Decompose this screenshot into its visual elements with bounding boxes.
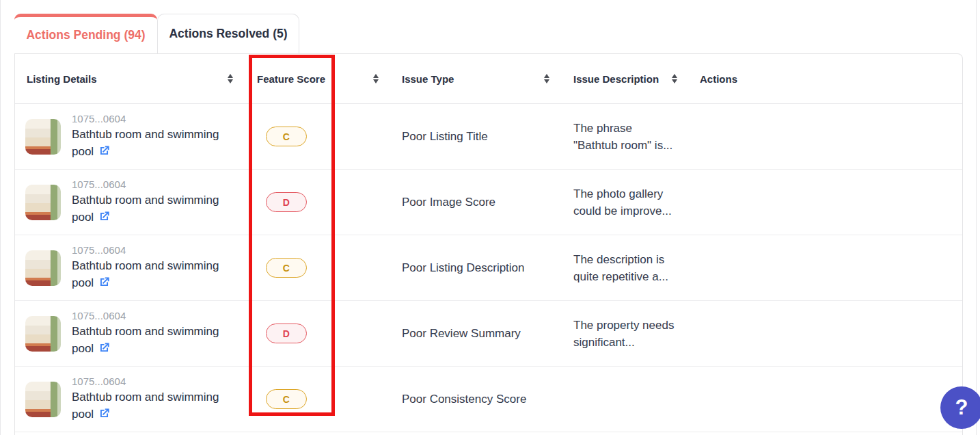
actions-cell xyxy=(691,367,962,432)
listing-title: Bathtub room and swimming pool xyxy=(72,257,219,293)
listing-title: Bathtub room and swimming pool xyxy=(72,126,219,162)
tab-actions-resolved[interactable]: Actions Resolved (5) xyxy=(157,14,299,53)
tab-actions-resolved-label: Actions Resolved (5) xyxy=(169,27,287,41)
issue-description-cell: The description is quite repetitive a... xyxy=(564,235,691,300)
table-row: 1075...0604 Bathtub room and swimming po… xyxy=(15,170,962,235)
issue-description-cell xyxy=(564,367,691,432)
listing-thumbnail xyxy=(25,119,61,155)
column-header-label: Feature Score xyxy=(257,73,325,85)
issue-description-cell: The photo gallery could be improve... xyxy=(564,170,691,235)
listing-details-cell: 1075...0604 Bathtub room and swimming po… xyxy=(15,301,249,366)
actions-cell xyxy=(691,170,962,235)
listing-info: 1075...0604 Bathtub room and swimming po… xyxy=(72,111,219,162)
sort-down-icon xyxy=(228,79,233,83)
external-link-icon[interactable] xyxy=(98,341,111,359)
feature-score-badge: C xyxy=(266,127,307,146)
listing-title: Bathtub room and swimming pool xyxy=(72,192,219,228)
listing-info: 1075...0604 Bathtub room and swimming po… xyxy=(72,374,219,425)
page-right-border xyxy=(976,0,977,435)
issue-description-text: The phrase "Bathtub room" is... xyxy=(573,120,672,154)
sort-up-icon xyxy=(228,74,233,78)
issue-type-cell: Poor Review Summary xyxy=(394,301,564,366)
listing-thumbnail xyxy=(25,316,61,352)
feature-score-badge: D xyxy=(266,324,307,343)
listing-title: Bathtub room and swimming pool xyxy=(72,388,219,425)
table-row: 1075...0604 Bathtub room and swimming po… xyxy=(15,235,962,301)
column-header-label: Issue Type xyxy=(402,73,454,85)
listing-info: 1075...0604 Bathtub room and swimming po… xyxy=(72,177,219,228)
external-link-icon[interactable] xyxy=(98,210,111,228)
sort-up-icon xyxy=(672,74,677,78)
table-row: 1075...0604 Bathtub room and swimming po… xyxy=(15,104,962,170)
external-link-icon[interactable] xyxy=(98,276,111,293)
tab-bar: Actions Pending (94) Actions Resolved (5… xyxy=(14,14,299,53)
listing-details-cell: 1075...0604 Bathtub room and swimming po… xyxy=(15,235,249,300)
issue-type-cell: Poor Image Score xyxy=(394,170,564,235)
table-row: 1075...0604 Bathtub room and swimming po… xyxy=(15,367,962,432)
issue-description-cell: The property needs significant... xyxy=(564,301,691,366)
table-body: 1075...0604 Bathtub room and swimming po… xyxy=(15,104,962,432)
sort-arrows-icon[interactable] xyxy=(226,72,234,85)
issue-type-cell: Poor Listing Title xyxy=(394,104,564,169)
tab-actions-pending-label: Actions Pending (94) xyxy=(26,28,145,42)
listing-details-cell: 1075...0604 Bathtub room and swimming po… xyxy=(15,367,249,432)
column-header: Actions xyxy=(691,54,962,103)
issue-type-text: Poor Review Summary xyxy=(402,327,521,341)
issue-type-text: Poor Image Score xyxy=(402,196,495,209)
listing-details-cell: 1075...0604 Bathtub room and swimming po… xyxy=(15,104,249,169)
feature-score-cell: D xyxy=(249,170,394,235)
feature-score-badge: D xyxy=(266,192,307,212)
listing-id: 1075...0604 xyxy=(72,177,219,192)
issue-type-text: Poor Listing Title xyxy=(402,130,488,144)
listing-id: 1075...0604 xyxy=(72,374,219,388)
listing-details-cell: 1075...0604 Bathtub room and swimming po… xyxy=(15,170,249,235)
feature-score-cell: D xyxy=(249,301,394,366)
table-row: 1075...0604 Bathtub room and swimming po… xyxy=(15,301,962,367)
issue-type-cell: Poor Listing Description xyxy=(394,235,564,300)
sort-up-icon xyxy=(544,74,549,78)
actions-cell xyxy=(691,301,962,366)
column-header: Feature Score xyxy=(249,54,394,103)
listing-id: 1075...0604 xyxy=(72,243,219,257)
listing-info: 1075...0604 Bathtub room and swimming po… xyxy=(72,243,219,293)
issue-type-text: Poor Listing Description xyxy=(402,261,525,275)
sort-arrows-icon[interactable] xyxy=(372,72,380,85)
issue-description-text: The photo gallery could be improve... xyxy=(573,185,672,220)
column-header-label: Issue Description xyxy=(573,73,659,85)
feature-score-cell: C xyxy=(249,235,394,300)
page-left-border xyxy=(0,0,1,435)
external-link-icon[interactable] xyxy=(98,144,111,162)
sort-arrows-icon[interactable] xyxy=(543,72,551,85)
sort-arrows-icon[interactable] xyxy=(670,72,679,85)
issue-type-cell: Poor Consistency Score xyxy=(394,367,564,432)
external-link-icon[interactable] xyxy=(98,407,111,425)
feature-score-cell: C xyxy=(249,367,394,432)
feature-score-badge: C xyxy=(266,258,307,278)
sort-up-icon xyxy=(373,74,379,78)
question-mark-icon: ? xyxy=(955,395,968,420)
column-header-label: Actions xyxy=(700,73,737,85)
tab-actions-pending[interactable]: Actions Pending (94) xyxy=(14,14,157,53)
sort-down-icon xyxy=(373,79,379,83)
listing-id: 1075...0604 xyxy=(72,111,219,126)
listing-thumbnail xyxy=(25,250,61,286)
issue-description-cell: The phrase "Bathtub room" is... xyxy=(564,104,691,169)
table-header-row: Listing Details Feature Score Issue Type… xyxy=(15,54,962,104)
column-header-label: Listing Details xyxy=(27,73,97,85)
issue-description-text: The property needs significant... xyxy=(573,317,674,351)
feature-score-badge: C xyxy=(266,389,307,409)
feature-score-cell: C xyxy=(249,104,394,169)
actions-cell xyxy=(691,104,962,169)
issue-description-text: The description is quite repetitive a... xyxy=(573,251,668,285)
sort-down-icon xyxy=(544,79,549,83)
issue-type-text: Poor Consistency Score xyxy=(402,393,526,406)
actions-cell xyxy=(691,235,962,300)
listing-thumbnail xyxy=(25,382,61,417)
listing-id: 1075...0604 xyxy=(72,308,219,323)
listing-info: 1075...0604 Bathtub room and swimming po… xyxy=(72,308,219,359)
column-header: Listing Details xyxy=(15,54,249,103)
column-header: Issue Type xyxy=(394,54,564,103)
help-button[interactable]: ? xyxy=(940,386,980,429)
actions-table: Listing Details Feature Score Issue Type… xyxy=(14,53,963,435)
listing-title: Bathtub room and swimming pool xyxy=(72,323,219,359)
